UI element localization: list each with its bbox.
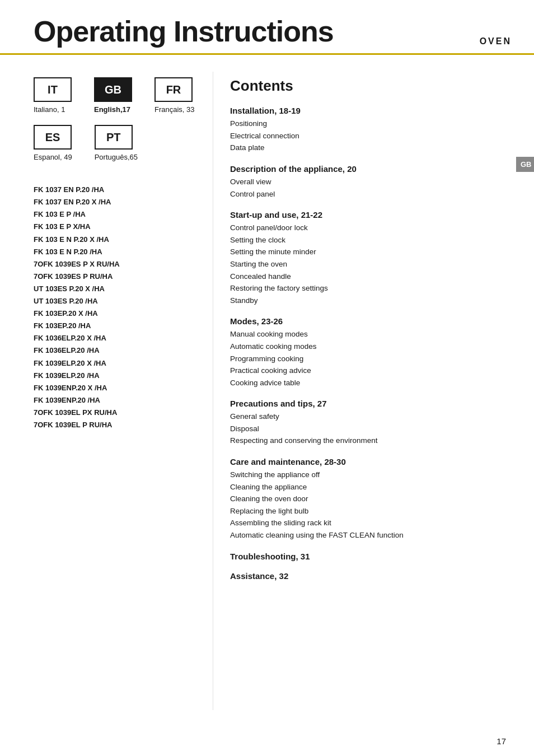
page-title: Operating Instructions: [34, 16, 512, 48]
model-list: FK 1037 EN P.20 /HAFK 1037 EN P.20 X /HA…: [34, 184, 196, 431]
toc-item: Switching the appliance off: [230, 469, 506, 481]
toc-item: General safety: [230, 410, 506, 423]
toc-section: Modes, 23-26Manual cooking modesAutomati…: [230, 316, 506, 389]
toc-item: Restoring the factory settings: [230, 282, 506, 295]
toc-item: Control panel: [230, 188, 506, 200]
toc-container: Installation, 18-19PositioningElectrical…: [230, 106, 506, 580]
toc-heading: Start-up and use, 21-22: [230, 210, 506, 220]
flag-box-es: ES: [34, 125, 72, 150]
flag-box-it: IT: [34, 77, 72, 102]
flag-label-gb: English,17: [94, 105, 130, 114]
toc-section: Troubleshooting, 31: [230, 552, 506, 561]
toc-section: Precautions and tips, 27General safetyDi…: [230, 399, 506, 447]
toc-heading: Care and maintenance, 28-30: [230, 457, 506, 466]
toc-section: Assistance, 32: [230, 571, 506, 581]
oven-label: OVEN: [480, 36, 512, 46]
flag-box-gb: GB: [94, 77, 132, 102]
flag-label-fr: Français, 33: [154, 105, 195, 114]
flag-item-pt: PT Português,65: [95, 125, 138, 161]
flag-label-es: Espanol, 49: [34, 153, 72, 161]
flag-label-pt: Português,65: [95, 153, 138, 161]
flag-item-gb: GB English,17: [94, 77, 132, 114]
toc-heading: Troubleshooting, 31: [230, 552, 506, 561]
toc-item: Positioning: [230, 118, 506, 130]
toc-item: Cleaning the appliance: [230, 481, 506, 493]
toc-item: Replacing the light bulb: [230, 505, 506, 517]
toc-item: Standby: [230, 295, 506, 307]
toc-item: Concealed handle: [230, 270, 506, 283]
toc-section: Installation, 18-19PositioningElectrical…: [230, 106, 506, 154]
language-row-2: ES Espanol, 49 PT Português,65: [34, 125, 196, 161]
toc-item: Assembling the sliding rack kit: [230, 517, 506, 529]
flag-label-it: Italiano, 1: [34, 105, 65, 114]
toc-heading: Precautions and tips, 27: [230, 399, 506, 408]
model-numbers: FK 1037 EN P.20 /HAFK 1037 EN P.20 X /HA…: [34, 184, 196, 431]
body-section: IT Italiano, 1 GB English,17 FR Français…: [0, 55, 534, 727]
language-row-1: IT Italiano, 1 GB English,17 FR Français…: [34, 77, 196, 114]
toc-item: Starting the oven: [230, 258, 506, 270]
toc-item: Setting the clock: [230, 234, 506, 246]
left-column: IT Italiano, 1 GB English,17 FR Français…: [0, 72, 213, 710]
toc-item: Practical cooking advice: [230, 365, 506, 377]
page-number: 17: [496, 736, 506, 746]
toc-heading: Assistance, 32: [230, 571, 506, 581]
page-container: Operating Instructions OVEN GB IT Italia…: [0, 0, 534, 756]
toc-item: Control panel/door lock: [230, 222, 506, 234]
toc-heading: Description of the appliance, 20: [230, 164, 506, 174]
toc-item: Manual cooking modes: [230, 328, 506, 340]
toc-item: Cooking advice table: [230, 377, 506, 389]
toc-section: Care and maintenance, 28-30Switching the…: [230, 457, 506, 542]
header-section: Operating Instructions OVEN: [0, 0, 534, 55]
toc-section: Description of the appliance, 20Overall …: [230, 164, 506, 200]
flag-item-es: ES Espanol, 49: [34, 125, 72, 161]
gb-side-tab: GB: [516, 157, 534, 172]
flag-box-fr: FR: [154, 77, 193, 102]
toc-item: Electrical connection: [230, 130, 506, 142]
flag-item-it: IT Italiano, 1: [34, 77, 72, 114]
toc-item: Cleaning the oven door: [230, 493, 506, 505]
toc-item: Disposal: [230, 423, 506, 435]
toc-section: Start-up and use, 21-22Control panel/doo…: [230, 210, 506, 306]
toc-item: Data plate: [230, 142, 506, 154]
contents-title: Contents: [230, 77, 506, 95]
toc-item: Respecting and conserving the environmen…: [230, 435, 506, 447]
flag-box-pt: PT: [95, 125, 133, 150]
toc-item: Automatic cooking modes: [230, 340, 506, 353]
toc-heading: Modes, 23-26: [230, 316, 506, 326]
toc-item: Programming cooking: [230, 353, 506, 365]
toc-item: Setting the minute minder: [230, 246, 506, 258]
flag-item-fr: FR Français, 33: [154, 77, 195, 114]
toc-heading: Installation, 18-19: [230, 106, 506, 115]
right-column: Contents Installation, 18-19PositioningE…: [213, 72, 534, 710]
toc-item: Automatic cleaning using the FAST CLEAN …: [230, 529, 506, 542]
toc-item: Overall view: [230, 176, 506, 188]
